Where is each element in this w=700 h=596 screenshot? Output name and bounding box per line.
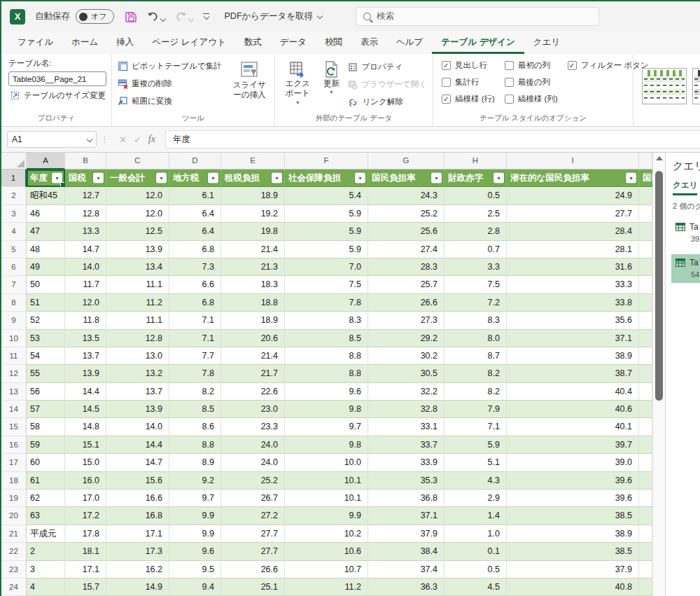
grid-cell[interactable]: 32.2	[368, 383, 444, 401]
grid-cell[interactable]: 39.0	[507, 454, 639, 471]
vertical-scrollbar[interactable]	[652, 153, 665, 596]
grid-cell[interactable]: 6.6	[169, 276, 221, 293]
grid-cell[interactable]: 15.6	[106, 472, 169, 490]
external-properties-button[interactable]: プロパティ	[346, 60, 428, 74]
grid-cell[interactable]: 0.7	[444, 241, 507, 258]
grid-cell[interactable]: 27.3	[368, 312, 444, 329]
grid-cell[interactable]: 8.7	[444, 347, 507, 365]
grid-cell[interactable]: 昭和45	[27, 187, 65, 205]
grid-cell[interactable]: 63	[27, 507, 65, 525]
tab-数式[interactable]: 数式	[235, 32, 271, 54]
grid-cell[interactable]: 7.3	[169, 258, 221, 276]
row-header-19[interactable]: 19	[1, 490, 27, 507]
grid-cell[interactable]: 54	[27, 347, 65, 365]
undo-button[interactable]	[147, 11, 165, 22]
grid-cell[interactable]: 7.1	[169, 312, 221, 329]
column-header-A[interactable]: A	[27, 153, 65, 169]
tab-データ[interactable]: データ	[271, 32, 316, 54]
row-header-22[interactable]: 22	[1, 543, 27, 560]
grid-cell[interactable]: 11.2	[285, 578, 368, 596]
last-column-checkbox[interactable]: 最後の列	[505, 77, 558, 88]
grid-cell[interactable]: 60	[27, 454, 65, 471]
grid-cell[interactable]: 12.7	[65, 187, 106, 205]
grid-cell-clipped[interactable]	[639, 507, 652, 525]
autosave-toggle[interactable]: オフ	[76, 9, 114, 24]
grid-cell[interactable]: 13.9	[65, 365, 106, 382]
column-header-D[interactable]: D	[169, 153, 221, 169]
tab-挿入[interactable]: 挿入	[107, 32, 143, 54]
grid-cell[interactable]: 13.7	[106, 383, 169, 401]
scroll-up-icon[interactable]	[656, 156, 663, 160]
grid-cell[interactable]: 53	[27, 330, 65, 347]
grid-cell-clipped[interactable]	[639, 312, 652, 329]
grid-cell-clipped[interactable]	[639, 347, 652, 365]
grid-cell-clipped[interactable]	[639, 401, 652, 418]
grid-cell[interactable]: 33.3	[507, 276, 639, 293]
table-header-cell[interactable]: 地方税▾	[169, 169, 221, 187]
grid-cell[interactable]: 5.9	[285, 241, 368, 258]
grid-cell[interactable]: 21.4	[221, 347, 285, 365]
grid-cell[interactable]: 38.7	[507, 365, 639, 382]
grid-cell[interactable]: 27.7	[221, 525, 285, 543]
grid-cell[interactable]: 38.5	[507, 507, 639, 525]
remove-duplicates-button[interactable]: 重複の削除	[116, 77, 223, 90]
redo-button[interactable]	[175, 11, 193, 22]
grid-cell[interactable]: 13.9	[106, 241, 169, 258]
filter-dropdown-icon[interactable]: ▾	[156, 173, 167, 183]
grid-cell[interactable]: 32.8	[368, 401, 444, 418]
grid-cell[interactable]: 16.8	[106, 507, 169, 525]
grid-cell-clipped[interactable]	[639, 490, 652, 507]
grid-cell-clipped[interactable]	[639, 241, 652, 258]
query-list-item[interactable]: Ta39	[671, 219, 700, 247]
grid-cell[interactable]: 8.8	[285, 347, 368, 365]
grid-cell[interactable]: 13.7	[65, 347, 106, 365]
grid-cell[interactable]: 23.3	[221, 418, 285, 436]
grid-cell-clipped[interactable]	[639, 205, 652, 223]
grid-cell[interactable]: 17.2	[65, 507, 106, 525]
grid-cell[interactable]: 23.0	[221, 401, 285, 418]
row-header-6[interactable]: 6	[1, 258, 27, 276]
grid-cell[interactable]: 28.3	[368, 258, 444, 276]
grid-cell[interactable]: 6.4	[169, 205, 221, 223]
row-header-7[interactable]: 7	[1, 276, 27, 293]
grid-cell-clipped[interactable]	[639, 436, 652, 454]
grid-cell[interactable]: 1.0	[444, 525, 507, 543]
column-header-G[interactable]: G	[368, 153, 444, 169]
column-header-E[interactable]: E	[221, 153, 285, 169]
grid-cell[interactable]: 17.0	[65, 490, 106, 507]
grid-cell[interactable]: 11.8	[65, 312, 106, 329]
grid-cell[interactable]: 33.7	[368, 436, 444, 454]
grid-cell[interactable]: 39.7	[507, 436, 639, 454]
grid-cell[interactable]: 38.4	[368, 543, 444, 560]
grid-cell[interactable]: 9.7	[169, 490, 221, 507]
cancel-button[interactable]: ✕	[119, 134, 127, 145]
row-header-10[interactable]: 10	[1, 330, 27, 347]
grid-cell[interactable]: 14.4	[65, 383, 106, 401]
grid-cell[interactable]: 24.0	[221, 436, 285, 454]
grid-cell-clipped[interactable]	[639, 418, 652, 436]
filter-dropdown-icon[interactable]: ▾	[493, 173, 504, 183]
grid-cell[interactable]: 21.4	[221, 241, 285, 258]
summarize-pivottable-button[interactable]: ピボットテーブルで集計	[116, 60, 223, 73]
grid-cell[interactable]: 9.8	[285, 436, 368, 454]
grid-cell-clipped[interactable]	[639, 561, 652, 578]
grid-cell[interactable]: 18.9	[221, 312, 285, 329]
grid-cell[interactable]: 25.2	[221, 472, 285, 490]
grid-cell[interactable]: 7.9	[444, 401, 507, 418]
scrollbar-thumb[interactable]	[655, 171, 663, 401]
grid-cell[interactable]: 57	[27, 401, 65, 418]
grid-cell[interactable]: 5.4	[285, 187, 368, 205]
insert-function-button[interactable]: fx	[148, 134, 155, 145]
grid-cell[interactable]: 55	[27, 365, 65, 382]
grid-cell[interactable]: 33.1	[368, 418, 444, 436]
grid-cell[interactable]: 50	[27, 276, 65, 293]
column-header-C[interactable]: C	[106, 153, 169, 169]
grid-cell[interactable]: 27.7	[507, 205, 639, 223]
grid-cell[interactable]: 8.5	[169, 401, 221, 418]
select-all-corner[interactable]	[1, 153, 27, 169]
grid-cell[interactable]: 10.6	[285, 543, 368, 560]
grid-cell[interactable]: 9.6	[285, 383, 368, 401]
grid-cell[interactable]: 15.0	[65, 454, 106, 471]
grid-cell[interactable]: 16.6	[106, 490, 169, 507]
grid-cell[interactable]: 12.0	[65, 294, 106, 312]
